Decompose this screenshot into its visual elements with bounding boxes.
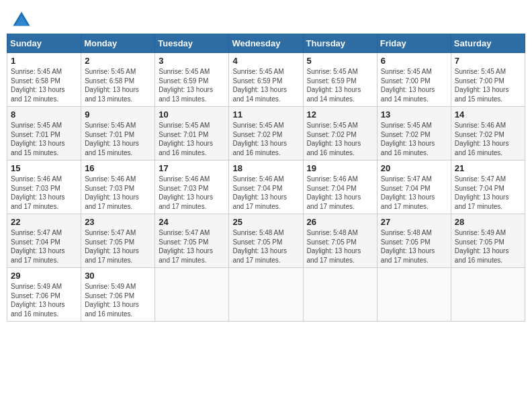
day-info: Sunrise: 5:45 AMSunset: 7:00 PMDaylight:…: [455, 68, 509, 103]
calendar-cell: [303, 268, 377, 322]
header-saturday: Saturday: [451, 34, 525, 53]
calendar-cell: 14 Sunrise: 5:46 AMSunset: 7:02 PMDaylig…: [451, 107, 525, 161]
day-info: Sunrise: 5:46 AMSunset: 7:03 PMDaylight:…: [159, 175, 213, 210]
calendar-cell: 5 Sunrise: 5:45 AMSunset: 6:59 PMDayligh…: [303, 53, 377, 107]
calendar-cell: 29 Sunrise: 5:49 AMSunset: 7:06 PMDaylig…: [7, 268, 81, 322]
logo-icon: [12, 11, 31, 30]
day-number: 7: [455, 56, 521, 66]
header-monday: Monday: [81, 34, 155, 53]
page-header: [7, 7, 525, 30]
calendar-cell: 13 Sunrise: 5:45 AMSunset: 7:02 PMDaylig…: [377, 107, 451, 161]
calendar-cell: 19 Sunrise: 5:46 AMSunset: 7:04 PMDaylig…: [303, 161, 377, 214]
day-info: Sunrise: 5:45 AMSunset: 7:01 PMDaylight:…: [85, 122, 139, 156]
day-number: 6: [381, 56, 447, 66]
day-number: 26: [307, 217, 373, 227]
day-info: Sunrise: 5:45 AMSunset: 6:59 PMDaylight:…: [307, 68, 361, 103]
day-number: 30: [85, 271, 151, 281]
day-number: 15: [11, 163, 77, 173]
day-info: Sunrise: 5:45 AMSunset: 6:58 PMDaylight:…: [85, 68, 139, 103]
day-number: 20: [381, 163, 447, 173]
day-info: Sunrise: 5:45 AMSunset: 7:01 PMDaylight:…: [159, 122, 213, 156]
day-info: Sunrise: 5:47 AMSunset: 7:04 PMDaylight:…: [455, 175, 509, 210]
day-info: Sunrise: 5:47 AMSunset: 7:05 PMDaylight:…: [85, 229, 139, 264]
day-number: 4: [232, 56, 299, 66]
calendar-cell: 7 Sunrise: 5:45 AMSunset: 7:00 PMDayligh…: [451, 53, 525, 107]
day-info: Sunrise: 5:45 AMSunset: 7:00 PMDaylight:…: [381, 68, 435, 103]
calendar-cell: 24 Sunrise: 5:47 AMSunset: 7:05 PMDaylig…: [155, 214, 229, 268]
calendar-cell: 23 Sunrise: 5:47 AMSunset: 7:05 PMDaylig…: [81, 214, 155, 268]
calendar-cell: 16 Sunrise: 5:46 AMSunset: 7:03 PMDaylig…: [81, 161, 155, 214]
calendar-cell: 22 Sunrise: 5:47 AMSunset: 7:04 PMDaylig…: [7, 214, 81, 268]
day-info: Sunrise: 5:49 AMSunset: 7:06 PMDaylight:…: [11, 283, 65, 318]
calendar-cell: 10 Sunrise: 5:45 AMSunset: 7:01 PMDaylig…: [155, 107, 229, 161]
calendar-week-5: 29 Sunrise: 5:49 AMSunset: 7:06 PMDaylig…: [7, 268, 525, 322]
calendar-table: SundayMondayTuesdayWednesdayThursdayFrid…: [7, 34, 525, 322]
day-number: 1: [11, 56, 77, 66]
calendar-week-4: 22 Sunrise: 5:47 AMSunset: 7:04 PMDaylig…: [7, 214, 525, 268]
day-info: Sunrise: 5:46 AMSunset: 7:03 PMDaylight:…: [11, 175, 65, 210]
day-info: Sunrise: 5:45 AMSunset: 7:02 PMDaylight:…: [232, 122, 287, 156]
day-number: 27: [381, 217, 447, 227]
calendar-cell: 11 Sunrise: 5:45 AMSunset: 7:02 PMDaylig…: [229, 107, 303, 161]
day-info: Sunrise: 5:48 AMSunset: 7:05 PMDaylight:…: [381, 229, 435, 264]
day-info: Sunrise: 5:46 AMSunset: 7:04 PMDaylight:…: [307, 175, 361, 210]
day-info: Sunrise: 5:45 AMSunset: 7:02 PMDaylight:…: [381, 122, 435, 156]
day-number: 29: [11, 271, 77, 281]
day-number: 28: [455, 217, 521, 227]
calendar-cell: [451, 268, 525, 322]
day-info: Sunrise: 5:45 AMSunset: 7:01 PMDaylight:…: [11, 122, 65, 156]
calendar-cell: 20 Sunrise: 5:47 AMSunset: 7:04 PMDaylig…: [377, 161, 451, 214]
day-number: 23: [85, 217, 151, 227]
day-info: Sunrise: 5:46 AMSunset: 7:04 PMDaylight:…: [232, 175, 287, 210]
day-number: 24: [159, 217, 225, 227]
calendar-cell: 21 Sunrise: 5:47 AMSunset: 7:04 PMDaylig…: [451, 161, 525, 214]
day-number: 11: [232, 109, 299, 120]
day-number: 13: [381, 109, 447, 120]
calendar-cell: [229, 268, 303, 322]
calendar-cell: 1 Sunrise: 5:45 AMSunset: 6:58 PMDayligh…: [7, 53, 81, 107]
day-info: Sunrise: 5:48 AMSunset: 7:05 PMDaylight:…: [307, 229, 361, 264]
calendar-header-row: SundayMondayTuesdayWednesdayThursdayFrid…: [7, 34, 525, 53]
day-number: 14: [455, 109, 521, 120]
day-info: Sunrise: 5:45 AMSunset: 6:58 PMDaylight:…: [11, 68, 65, 103]
calendar-cell: 2 Sunrise: 5:45 AMSunset: 6:58 PMDayligh…: [81, 53, 155, 107]
header-wednesday: Wednesday: [229, 34, 303, 53]
header-tuesday: Tuesday: [155, 34, 229, 53]
calendar-cell: 12 Sunrise: 5:45 AMSunset: 7:02 PMDaylig…: [303, 107, 377, 161]
day-info: Sunrise: 5:47 AMSunset: 7:04 PMDaylight:…: [11, 229, 65, 264]
day-number: 22: [11, 217, 77, 227]
day-number: 2: [85, 56, 151, 66]
calendar-cell: 9 Sunrise: 5:45 AMSunset: 7:01 PMDayligh…: [81, 107, 155, 161]
calendar-week-1: 1 Sunrise: 5:45 AMSunset: 6:58 PMDayligh…: [7, 53, 525, 107]
day-info: Sunrise: 5:47 AMSunset: 7:04 PMDaylight:…: [381, 175, 435, 210]
day-number: 18: [232, 163, 299, 173]
calendar-cell: 3 Sunrise: 5:45 AMSunset: 6:59 PMDayligh…: [155, 53, 229, 107]
day-number: 16: [85, 163, 151, 173]
day-number: 8: [11, 109, 77, 120]
day-info: Sunrise: 5:46 AMSunset: 7:03 PMDaylight:…: [85, 175, 139, 210]
calendar-cell: 28 Sunrise: 5:49 AMSunset: 7:05 PMDaylig…: [451, 214, 525, 268]
calendar-cell: 27 Sunrise: 5:48 AMSunset: 7:05 PMDaylig…: [377, 214, 451, 268]
header-friday: Friday: [377, 34, 451, 53]
calendar-cell: 18 Sunrise: 5:46 AMSunset: 7:04 PMDaylig…: [229, 161, 303, 214]
day-info: Sunrise: 5:48 AMSunset: 7:05 PMDaylight:…: [232, 229, 287, 264]
day-number: 5: [307, 56, 373, 66]
day-number: 9: [85, 109, 151, 120]
calendar-week-2: 8 Sunrise: 5:45 AMSunset: 7:01 PMDayligh…: [7, 107, 525, 161]
calendar-cell: [155, 268, 229, 322]
header-thursday: Thursday: [303, 34, 377, 53]
calendar-cell: 6 Sunrise: 5:45 AMSunset: 7:00 PMDayligh…: [377, 53, 451, 107]
calendar-cell: 30 Sunrise: 5:49 AMSunset: 7:06 PMDaylig…: [81, 268, 155, 322]
calendar-cell: 17 Sunrise: 5:46 AMSunset: 7:03 PMDaylig…: [155, 161, 229, 214]
day-number: 12: [307, 109, 373, 120]
day-info: Sunrise: 5:49 AMSunset: 7:06 PMDaylight:…: [85, 283, 139, 318]
day-number: 21: [455, 163, 521, 173]
calendar-cell: 26 Sunrise: 5:48 AMSunset: 7:05 PMDaylig…: [303, 214, 377, 268]
day-info: Sunrise: 5:47 AMSunset: 7:05 PMDaylight:…: [159, 229, 213, 264]
calendar-cell: 25 Sunrise: 5:48 AMSunset: 7:05 PMDaylig…: [229, 214, 303, 268]
calendar-cell: 15 Sunrise: 5:46 AMSunset: 7:03 PMDaylig…: [7, 161, 81, 214]
day-info: Sunrise: 5:45 AMSunset: 7:02 PMDaylight:…: [307, 122, 361, 156]
day-info: Sunrise: 5:45 AMSunset: 6:59 PMDaylight:…: [232, 68, 287, 103]
calendar-cell: 8 Sunrise: 5:45 AMSunset: 7:01 PMDayligh…: [7, 107, 81, 161]
day-info: Sunrise: 5:49 AMSunset: 7:05 PMDaylight:…: [455, 229, 509, 264]
